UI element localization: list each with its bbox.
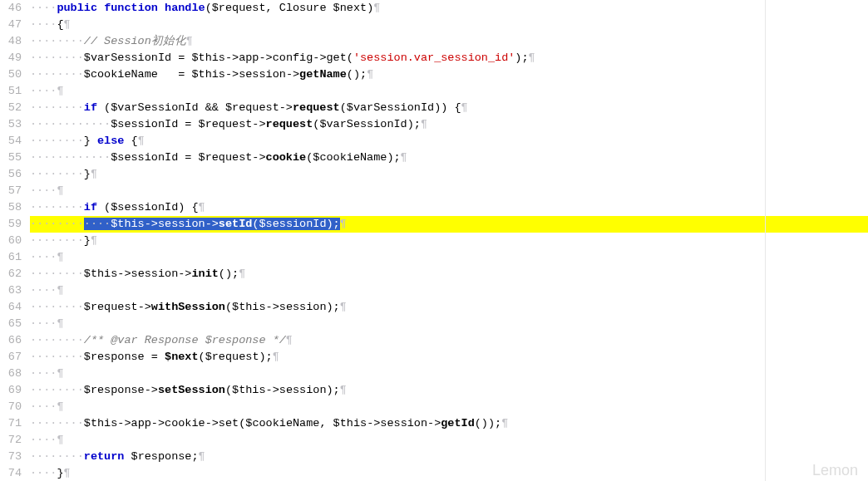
code-line[interactable]: ····¶ [30,83,868,100]
code-line[interactable]: ········// Session初始化¶ [30,33,868,50]
line-number: 68 [3,366,22,382]
code-line[interactable]: ········} else {¶ [30,133,868,150]
line-number: 61 [3,249,22,266]
code-line[interactable]: ········$cookieName = $this->session->ge… [30,66,868,83]
line-number: 56 [3,166,22,183]
code-content[interactable]: ····public function handle($request, Clo… [28,0,868,481]
code-line[interactable]: ····¶ [30,183,868,199]
line-number: 53 [3,116,22,133]
line-number: 70 [3,399,22,415]
code-editor: 46 47 48 49 50 51 52 53 54 55 56 57 58 5… [0,0,868,481]
code-line[interactable]: ····{¶ [30,17,868,33]
code-line[interactable]: ····}¶ [30,465,868,481]
line-number: 73 [3,449,22,465]
code-line[interactable]: ············$sessionId = $request->cooki… [30,150,868,166]
line-number: 66 [3,332,22,349]
code-line[interactable]: ········}¶ [30,233,868,249]
line-number: 57 [3,183,22,199]
code-line[interactable]: ····¶ [30,316,868,332]
code-line[interactable]: ········$response = $next($request);¶ [30,349,868,366]
code-line[interactable]: ········}¶ [30,166,868,183]
line-number: 46 [3,0,22,17]
line-number: 47 [3,17,22,33]
line-number: 59 [3,216,22,233]
line-number: 55 [3,150,22,166]
line-number: 62 [3,266,22,282]
line-number: 54 [3,133,22,150]
line-number: 52 [3,100,22,116]
code-line[interactable]: ········$request->withSession($this->ses… [30,299,868,316]
code-line[interactable]: ····¶ [30,432,868,449]
line-number: 60 [3,233,22,249]
code-line[interactable]: ····¶ [30,282,868,299]
line-number: 67 [3,349,22,366]
code-line[interactable]: ····¶ [30,366,868,382]
line-number: 64 [3,299,22,316]
code-line[interactable]: ········if ($sessionId) {¶ [30,199,868,216]
line-number: 71 [3,415,22,432]
code-line[interactable]: ········$response->setSession($this->ses… [30,382,868,399]
line-number: 72 [3,432,22,449]
code-line[interactable]: ····public function handle($request, Clo… [30,0,868,17]
selection: ····$this->session->setId($sessionId); [84,218,340,230]
code-line[interactable]: ········/** @var Response $response */¶ [30,332,868,349]
line-number: 51 [3,83,22,100]
code-line[interactable]: ············$sessionId = $request->reque… [30,116,868,133]
code-line[interactable]: ········$varSessionId = $this->app->conf… [30,50,868,66]
line-number: 49 [3,50,22,66]
print-margin [765,0,766,481]
code-line-highlighted[interactable]: ············$this->session->setId($sessi… [30,216,868,233]
line-number: 69 [3,382,22,399]
code-line[interactable]: ········$this->app->cookie->set($cookieN… [30,415,868,432]
code-line[interactable]: ····¶ [30,399,868,415]
line-number: 74 [3,465,22,481]
line-number: 63 [3,282,22,299]
code-line[interactable]: ········if ($varSessionId && $request->r… [30,100,868,116]
line-number: 48 [3,33,22,50]
line-number-gutter: 46 47 48 49 50 51 52 53 54 55 56 57 58 5… [0,0,28,481]
line-number: 65 [3,316,22,332]
line-number: 58 [3,199,22,216]
code-line[interactable]: ········return $response;¶ [30,449,868,465]
code-line[interactable]: ········$this->session->init();¶ [30,266,868,282]
code-line[interactable]: ····¶ [30,249,868,266]
line-number: 50 [3,66,22,83]
